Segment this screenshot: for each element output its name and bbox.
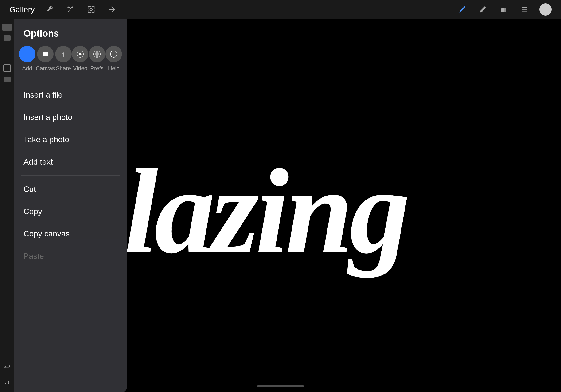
layer-thumb-1[interactable] xyxy=(2,23,12,31)
canvas-option[interactable]: Canvas xyxy=(36,46,55,72)
divider-1 xyxy=(21,81,120,81)
layer-thumb-2[interactable] xyxy=(3,35,11,41)
prefs-icon xyxy=(89,46,105,62)
add-option[interactable]: + Add xyxy=(19,46,35,72)
gallery-button[interactable]: Gallery xyxy=(9,5,35,14)
canvas-icon xyxy=(37,46,54,62)
svg-rect-7 xyxy=(43,52,48,56)
video-icon xyxy=(72,46,88,62)
cut-item[interactable]: Cut xyxy=(14,178,127,200)
copy-canvas-item[interactable]: Copy canvas xyxy=(14,223,127,245)
share-option[interactable]: ↑ Share xyxy=(55,46,72,72)
scroll-indicator xyxy=(257,385,304,387)
undo-button[interactable]: ↩ xyxy=(4,362,10,371)
svg-rect-5 xyxy=(521,11,527,12)
options-panel: Options + Add Canvas ↑ Share xyxy=(14,19,127,392)
take-photo-item[interactable]: Take a photo xyxy=(14,128,127,151)
eraser-icon[interactable] xyxy=(498,4,509,15)
selection-icon[interactable] xyxy=(86,4,97,15)
share-icon: ↑ xyxy=(55,46,72,62)
options-icons-row: + Add Canvas ↑ Share Video xyxy=(14,46,127,79)
left-sidebar: ↩ ⤾ xyxy=(0,19,14,392)
divider-2 xyxy=(21,175,120,175)
layers-icon[interactable] xyxy=(519,4,530,15)
svg-marker-9 xyxy=(79,53,82,55)
redo-button[interactable]: ⤾ xyxy=(4,378,10,387)
svg-rect-3 xyxy=(521,7,527,8)
canvas-label: Canvas xyxy=(36,65,55,72)
avatar[interactable] xyxy=(539,3,552,15)
insert-photo-item[interactable]: Insert a photo xyxy=(14,106,127,128)
video-option[interactable]: Video xyxy=(72,46,88,72)
toolbar-right xyxy=(457,3,552,15)
pencil-icon[interactable] xyxy=(477,4,489,15)
help-icon: i xyxy=(106,46,122,62)
layer-thumb-3[interactable] xyxy=(3,76,11,82)
add-label: Add xyxy=(22,65,32,72)
options-title: Options xyxy=(14,28,127,46)
transform-icon[interactable] xyxy=(106,4,118,15)
paste-item[interactable]: Paste xyxy=(14,245,127,267)
prefs-label: Prefs xyxy=(90,65,104,72)
selection-tool[interactable] xyxy=(3,64,11,72)
video-label: Video xyxy=(73,65,87,72)
magic-icon[interactable] xyxy=(65,4,76,15)
svg-text:lazing: lazing xyxy=(124,144,408,279)
toolbar: Gallery xyxy=(0,0,561,19)
pen-tool-icon[interactable] xyxy=(457,4,468,15)
svg-rect-4 xyxy=(521,9,527,10)
add-text-item[interactable]: Add text xyxy=(14,151,127,173)
toolbar-left: Gallery xyxy=(9,4,118,15)
svg-point-10 xyxy=(95,51,99,57)
help-option[interactable]: i Help xyxy=(106,46,122,72)
copy-item[interactable]: Copy xyxy=(14,200,127,223)
svg-text:i: i xyxy=(113,52,114,56)
insert-file-item[interactable]: Insert a file xyxy=(14,84,127,106)
wrench-icon[interactable] xyxy=(44,4,55,15)
add-icon: + xyxy=(19,46,35,62)
prefs-option[interactable]: Prefs xyxy=(89,46,105,72)
svg-rect-1 xyxy=(504,9,507,12)
share-label: Share xyxy=(56,65,71,72)
help-label: Help xyxy=(108,65,119,72)
